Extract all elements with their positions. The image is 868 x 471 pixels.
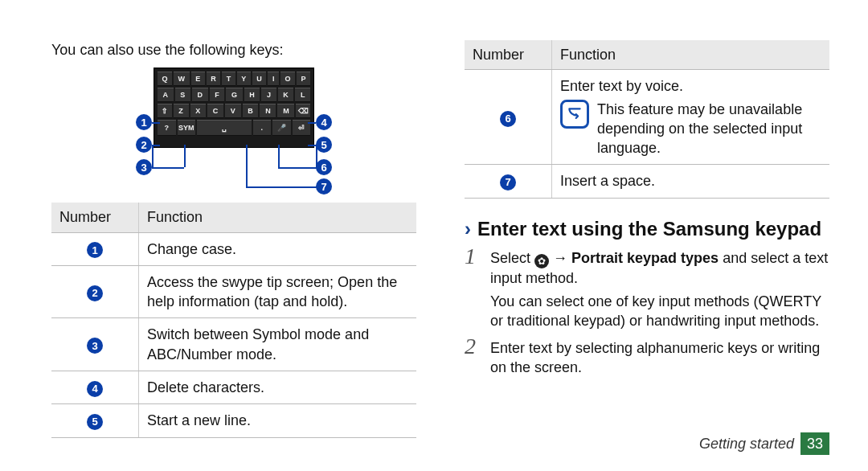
row-num: 6 [500,111,516,127]
step-text: Select [490,250,534,266]
right-function-table: Number Function 6 Enter text by voice. T… [465,40,829,199]
gear-icon: ✿ [534,254,549,268]
callout-4: 4 [316,114,332,130]
table-row: 7 Insert a space. [465,165,829,198]
table-row: 2 Access the swype tip screen; Open the … [51,265,416,318]
intro-text: You can also use the following keys: [51,40,416,59]
table-header-function: Function [552,40,830,70]
callout-2: 2 [136,137,152,153]
table-row: 3 Switch between Symbol mode and ABC/Num… [51,318,416,371]
step-arrow: → [553,250,571,266]
section-heading: › Enter text using the Samsung keypad [465,216,829,242]
note-text: This feature may be unavailable dependin… [597,100,821,158]
left-column: You can also use the following keys: QWE… [51,40,440,447]
step-item: Enter text by selecting alphanumeric key… [465,338,829,378]
keyboard-figure: QWERTYUIOP ASDFGHJKL ⇧ZXCVBNM⌫ ?SYM␣.🎤⏎ [113,68,354,188]
row-num: 1 [87,242,103,258]
row-num: 7 [500,174,516,190]
row-text: Delete characters. [139,371,417,404]
steps-list: Select ✿ → Portrait keypad types and sel… [465,248,829,378]
step-text: Enter text by selecting alphanumeric key… [490,338,829,378]
table-row: 6 Enter text by voice. This feature may … [465,70,829,165]
callout-1: 1 [136,114,152,130]
page-number: 33 [800,432,829,455]
row-text: Start a new line. [139,404,417,437]
left-function-table: Number Function 1 Change case. 2 Access … [51,203,416,437]
section-title-text: Enter text using the Samsung keypad [477,216,821,242]
row-main-text: Enter text by voice. [560,76,821,96]
callout-7: 7 [316,178,332,195]
callout-5: 5 [316,137,332,153]
row-num: 5 [87,414,103,430]
step-item: Select ✿ → Portrait keypad types and sel… [465,248,829,330]
table-header-number: Number [465,40,552,70]
row-num: 3 [87,338,103,354]
callout-3: 3 [136,159,152,175]
row-text: Switch between Symbol mode and ABC/Numbe… [139,318,417,371]
row-num: 4 [87,381,103,397]
step-subtext: You can select one of key input methods … [490,292,829,331]
table-row: 4 Delete characters. [51,371,416,404]
table-row: 5 Start a new line. [51,404,416,437]
page-footer: Getting started 33 [699,432,829,455]
row-text: Enter text by voice. This feature may be… [552,70,830,165]
row-num: 2 [87,285,103,301]
note-icon [560,100,589,129]
table-header-function: Function [139,203,417,232]
callout-6: 6 [316,159,332,175]
row-text: Insert a space. [552,165,830,198]
table-header-number: Number [51,203,139,232]
row-text: Access the swype tip screen; Open the he… [139,265,417,318]
footer-section: Getting started [699,434,794,453]
right-column: Number Function 6 Enter text by voice. T… [440,40,829,447]
keyboard-image: QWERTYUIOP ASDFGHJKL ⇧ZXCVBNM⌫ ?SYM␣.🎤⏎ [154,68,314,148]
chevron-icon: › [465,216,471,242]
step-bold: Portrait keypad types [571,250,719,266]
table-row: 1 Change case. [51,232,416,265]
row-text: Change case. [139,232,417,265]
page: You can also use the following keys: QWE… [0,0,868,471]
